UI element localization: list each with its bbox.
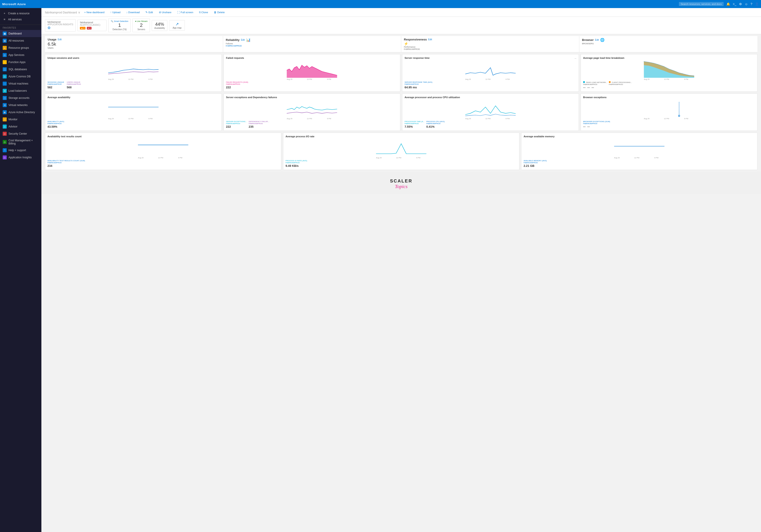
help-icon[interactable]: ? [750,2,752,6]
pageload-client-dot [609,81,611,83]
chart-footer-cpu: PROCESSOR TIME (A...FABRIKAMPROD 7.55% P… [405,121,576,128]
svg-text:6 PM: 6 PM [416,157,421,159]
reliability-edit[interactable]: Edit [241,39,245,41]
app-insights-tile-icon: ⚙ [47,26,73,30]
sidebar-item-create-resource[interactable]: + Create a resource [3,10,39,16]
availability-label: AVAILABILITY (AVG)FABRIKAMPROD [47,121,219,125]
sidebar-item-cost-management[interactable]: ◎ Cost Management + Billing [0,137,41,147]
chart-footer-availability: AVAILABILITY (AVG)FABRIKAMPROD 43.59% [47,121,219,128]
unshare-btn[interactable]: ⊘ Unshare [157,10,173,15]
clone-btn[interactable]: ⎘ Clone [197,10,210,15]
sidebar-item-resource-groups[interactable]: ◈ Resource groups [0,44,41,51]
browser-edit[interactable]: Edit [595,39,599,41]
sidebar-item-dashboard[interactable]: ▦ Dashboard [0,30,41,37]
sidebar-label-virtual-machines: Virtual machines [9,82,29,85]
chart-server-response: Server response time ··· Aug 29 12 PM 6 … [402,54,579,92]
svg-text:Aug 29: Aug 29 [138,157,144,159]
svg-marker-3 [287,65,337,78]
responsiveness-edit[interactable]: Edit [428,38,432,41]
smart-detection-sub: Detection (7d) [111,28,128,30]
sidebar-item-load-balancers[interactable]: ⊕ Load balancers [0,87,41,94]
edit-btn[interactable]: ✎ Edit [144,10,154,15]
chart-title-browser-exc: Browser exceptions [583,96,755,99]
menu-icon: ≡ [3,18,6,21]
response-dots[interactable]: ··· [575,57,576,60]
chart-area-browser-exc: Aug 29 12 PM 6 PM [583,99,755,120]
sidebar-item-sql-databases[interactable]: ◫ SQL databases [0,66,41,73]
top-bar-right: 🔔 >_ ⚙ ☺ ? 👤 [679,2,759,6]
sidebar-item-help-support[interactable]: ? Help + support [0,147,41,154]
app-map-tile[interactable]: ↗ App map [169,20,185,30]
bell-icon[interactable]: 🔔 [726,2,730,6]
alert-badges: ▲ 1 ● 2 [80,27,104,29]
dep-fail-value: 235 [249,125,269,128]
sidebar-item-monitor[interactable]: ◎ Monitor [0,116,41,123]
sidebar-item-storage-accounts[interactable]: ◫ Storage accounts [0,94,41,101]
pageload-legend: PAGE LOAD NETWORK... FABRIKAMPROD CLIENT… [583,81,755,85]
failed-value: 222 [226,86,398,89]
sidebar-item-all-resources[interactable]: ▦ All resources [0,37,41,44]
sidebar-item-app-insights[interactable]: ◎ Application Insights [0,154,41,161]
fullscreen-btn[interactable]: ⛶ Full screen [175,10,195,15]
delete-btn[interactable]: 🗑 Delete [212,10,226,15]
watermark: SCALER Topics [41,172,761,194]
user-icon[interactable]: 👤 [755,2,759,6]
chart-browser-exceptions: Browser exceptions Aug 29 12 PM 6 PM BRO… [581,93,757,131]
upload-btn[interactable]: ↑ Upload [108,10,122,15]
sidebar-item-security-center[interactable]: ◎ Security Center [0,130,41,137]
sidebar-item-cosmos-db[interactable]: ◎ Azure Cosmos DB [0,73,41,80]
help-support-icon: ? [3,148,7,152]
charts-row-2: Average availability Aug 29 12 PM 6 PM A… [45,93,757,131]
sessions-value: 582 [47,86,64,89]
svg-text:12 PM: 12 PM [158,157,163,159]
usage-section: Usage Edit 6.5k Users [45,36,223,52]
chart-area-exceptions: Aug 29 12 PM 6 PM [226,99,398,120]
sidebar-item-aad[interactable]: ◉ Azure Active Directory [0,109,41,116]
smiley-icon[interactable]: ☺ [745,2,748,6]
sidebar-item-all-services[interactable]: ≡ All services [3,16,39,23]
avail-test-label: AVAILABILITY TEST RESULTS COUNT (SUM)FAB… [47,160,279,164]
usage-edit[interactable]: Edit [58,38,62,41]
sidebar-item-virtual-machines[interactable]: □ Virtual machines [0,80,41,87]
responsiveness-section: Responsiveness Edit ⚡PerformanceFABRIKAM… [401,36,579,52]
download-btn[interactable]: ↓ Download [124,10,142,15]
availability-tile[interactable]: 44% Availability [152,20,167,31]
load-balancers-icon: ⊕ [3,89,7,93]
svg-text:6 PM: 6 PM [327,78,331,80]
pageload-val1: ··· [583,86,586,89]
avail-test-chart-svg: Aug 29 12 PM 6 PM [47,139,279,159]
alert-warning-badge: ▲ 1 [80,27,85,29]
title-caret[interactable]: ∨ [78,11,80,14]
sidebar-item-virtual-networks[interactable]: ⊞ Virtual networks [0,101,41,109]
chart-title-exceptions: Server exceptions and Dependency failure… [226,96,398,99]
alerts-tile[interactable]: fabrikamprod ALERTS (CLASSIC) ▲ 1 ● 2 [78,20,106,31]
monitor-icon: ◎ [3,117,7,122]
pageload-client-sub: FABRIKAMPROD [609,83,623,85]
chart-area-response: Aug 29 12 PM 6 PM [405,60,576,80]
failed-chart-svg: Aug 29 12 PM 6 PM [226,60,398,80]
availability-chart-svg: Aug 29 12 PM 6 PM [47,99,219,120]
brand-title: Microsoft Azure [2,2,679,6]
sidebar-item-app-services[interactable]: ◎ App Services [0,51,41,59]
new-dashboard-btn[interactable]: + New dashboard [83,10,106,15]
sidebar-label-security-center: Security Center [9,132,27,135]
chart-title-pageload: Average page load time breakdown [583,57,755,59]
chart-footer-exceptions: SERVER EXCEPTIONS...FABRIKAMPROD 222 DEP… [226,121,398,128]
svg-text:12 PM: 12 PM [634,157,639,159]
chart-footer-memory: AVAILABLE MEMORY (AVG)FABRIKAMPROD 2.21 … [524,160,755,168]
chart-title-avail-test: Availability test results count [47,135,279,138]
availability-value: 44% [154,22,165,27]
smart-detection-tile[interactable]: 🔍 Smart Detection 1 Detection (7d) [108,19,131,32]
svg-text:12 PM: 12 PM [486,118,491,120]
live-stream-tile[interactable]: ● Live Stream 2 Servers [133,19,150,32]
settings-icon[interactable]: ⚙ [739,2,742,6]
sidebar-item-function-apps[interactable]: ⚡ Function Apps [0,59,41,66]
browser-exc-chart-svg: Aug 29 12 PM 6 PM [583,99,755,120]
terminal-icon[interactable]: >_ [733,2,736,6]
sidebar-item-advisor[interactable]: ◎ Advisor [0,123,41,130]
response-label: SERVER RESPONSE TIME (AVG)FABRIKAMPROD [405,81,576,85]
chart-area-cpu: Aug 29 12 PM 6 PM [405,99,576,120]
svg-text:6 PM: 6 PM [655,157,659,159]
search-input[interactable] [679,2,724,6]
app-insights-tile[interactable]: fabrikamprod APPLICATION INSIGHTS ⚙ [45,19,76,31]
